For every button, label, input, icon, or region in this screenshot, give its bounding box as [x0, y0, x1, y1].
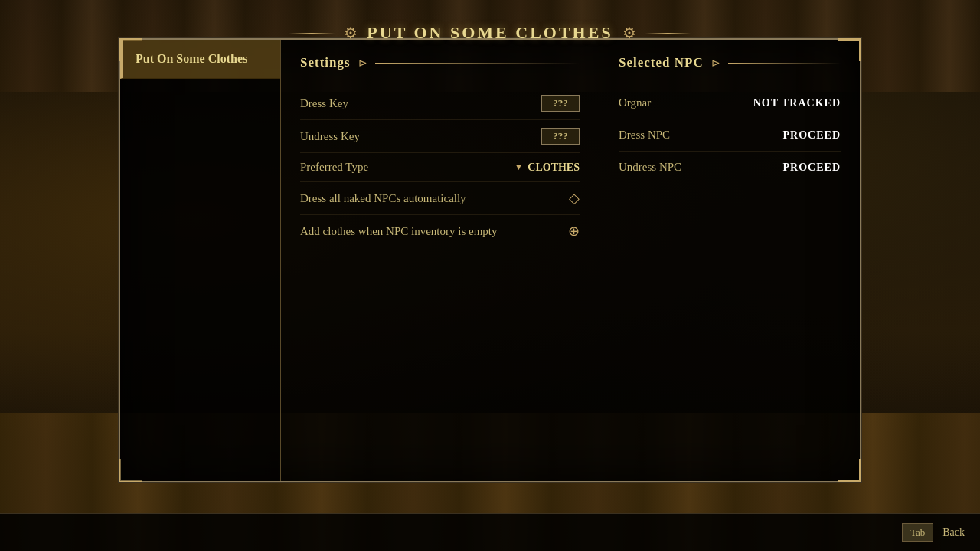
- title-line-left: [289, 33, 335, 34]
- npc-section-header: Selected NPC ⊳: [619, 55, 841, 70]
- settings-section-line: [375, 63, 580, 64]
- dress-all-label: Dress all naked NPCs automatically: [300, 192, 466, 205]
- npc-section-ornament: ⊳: [711, 57, 720, 70]
- add-clothes-row[interactable]: Add clothes when NPC inventory is empty …: [300, 215, 580, 247]
- back-key-hint: Tab: [902, 523, 933, 542]
- horizontal-divider: [120, 442, 860, 442]
- undress-key-label: Undress Key: [300, 130, 360, 143]
- main-content: Settings ⊳ Dress Key ??? Undress Key ???: [281, 40, 860, 481]
- preferred-type-row[interactable]: Preferred Type ▼ CLOTHES: [300, 153, 580, 182]
- dress-all-row[interactable]: Dress all naked NPCs automatically ◇: [300, 182, 580, 215]
- add-clothes-toggle[interactable]: ⊕: [568, 223, 580, 240]
- back-hint-label: Back: [942, 527, 965, 539]
- undress-npc-label: Undress NPC: [619, 161, 681, 174]
- settings-section-header: Settings ⊳: [300, 55, 580, 70]
- preferred-type-value: ▼ CLOTHES: [514, 161, 580, 174]
- preferred-type-selected: CLOTHES: [528, 161, 580, 174]
- mod-item-label: Put On Some Clothes: [136, 52, 247, 66]
- npc-section-title: Selected NPC: [619, 55, 704, 70]
- dialog-container: ⚙ PUT ON SOME CLOTHES ⚙ Put On Some Clot…: [119, 38, 861, 482]
- preferred-type-arrow: ▼: [514, 161, 523, 173]
- dress-npc-action[interactable]: PROCEED: [783, 129, 841, 142]
- add-clothes-label: Add clothes when NPC inventory is empty: [300, 225, 497, 238]
- dress-key-row[interactable]: Dress Key ???: [300, 87, 580, 120]
- dress-npc-label: Dress NPC: [619, 129, 670, 142]
- npc-section-line: [728, 63, 841, 64]
- mod-list-item-put-on-some-clothes[interactable]: Put On Some Clothes: [120, 40, 280, 79]
- left-panel: Put On Some Clothes: [120, 40, 281, 481]
- dress-key-badge[interactable]: ???: [541, 95, 580, 112]
- bottom-hint-bar: Tab Back: [0, 513, 980, 551]
- undress-key-badge[interactable]: ???: [541, 128, 580, 145]
- preferred-type-label: Preferred Type: [300, 161, 368, 174]
- npc-panel: Selected NPC ⊳ Orgnar NOT TRACKED Dress …: [599, 40, 860, 481]
- undress-npc-action[interactable]: PROCEED: [783, 161, 841, 174]
- undress-npc-row[interactable]: Undress NPC PROCEED: [619, 152, 841, 183]
- dress-key-label: Dress Key: [300, 97, 348, 110]
- npc-orgnar-label: Orgnar: [619, 96, 651, 109]
- settings-section-ornament: ⊳: [358, 57, 368, 70]
- dress-all-toggle[interactable]: ◇: [569, 190, 580, 207]
- settings-panel: Settings ⊳ Dress Key ??? Undress Key ???: [281, 40, 599, 481]
- dress-npc-row[interactable]: Dress NPC PROCEED: [619, 119, 841, 152]
- settings-section-title: Settings: [300, 55, 351, 70]
- undress-key-value: ???: [541, 128, 580, 145]
- title-line-right: [645, 33, 691, 34]
- dress-key-value: ???: [541, 95, 580, 112]
- npc-orgnar-row: Orgnar NOT TRACKED: [619, 87, 841, 119]
- npc-orgnar-status: NOT TRACKED: [753, 97, 841, 109]
- undress-key-row[interactable]: Undress Key ???: [300, 120, 580, 153]
